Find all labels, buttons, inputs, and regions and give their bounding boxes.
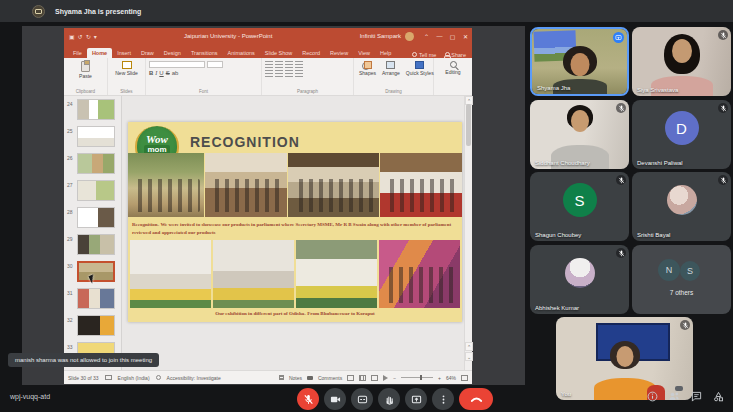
- meeting-code: wpj-vuqq-atd: [10, 393, 50, 400]
- participant-name: Siya Srivastava: [637, 87, 678, 93]
- notes-toggle[interactable]: Notes: [289, 375, 302, 381]
- comments-toggle[interactable]: Comments: [318, 375, 342, 381]
- slide-sorter-icon[interactable]: [359, 375, 366, 381]
- tab-transitions[interactable]: Transitions: [186, 48, 223, 58]
- align-left-button[interactable]: [265, 70, 273, 77]
- tab-insert[interactable]: Insert: [112, 48, 136, 58]
- self-view-tile[interactable]: You: [556, 317, 693, 400]
- editor-scrollbar[interactable]: ⌃ ⌃ ⌄: [464, 96, 472, 370]
- character-spacing-button[interactable]: ab: [172, 70, 179, 76]
- accessibility-status[interactable]: Accessibility: Investigate: [167, 375, 221, 381]
- slideshow-view-icon[interactable]: [383, 375, 388, 381]
- reading-view-icon[interactable]: [371, 375, 378, 381]
- overflow-participants-tile[interactable]: N S 7 others: [632, 245, 731, 314]
- underline-button[interactable]: U: [159, 70, 163, 76]
- font-name-select[interactable]: [149, 61, 205, 68]
- minimize-icon[interactable]: —: [433, 28, 446, 44]
- align-right-button[interactable]: [285, 70, 293, 77]
- slide-thumbnail-24[interactable]: [77, 99, 115, 120]
- undo-icon[interactable]: ↺: [78, 33, 83, 40]
- numbering-button[interactable]: [275, 61, 283, 68]
- end-call-button[interactable]: [459, 388, 493, 410]
- account-name[interactable]: Infiniti Sampark: [360, 33, 401, 39]
- tab-design[interactable]: Design: [159, 48, 186, 58]
- line-spacing-button[interactable]: [295, 61, 303, 68]
- more-options-button[interactable]: [432, 388, 454, 410]
- bullets-button[interactable]: [265, 61, 273, 68]
- justify-button[interactable]: [295, 70, 303, 77]
- scrollbar-thumb[interactable]: [466, 104, 471, 146]
- people-icon[interactable]: [668, 390, 680, 402]
- font-size-select[interactable]: [207, 61, 223, 68]
- close-icon[interactable]: ✕: [459, 28, 472, 44]
- drawing-group: Shapes Arrange Quick Styles Drawing: [354, 58, 434, 95]
- present-screen-button[interactable]: [405, 388, 427, 410]
- participant-tile-srishti-bayal[interactable]: Srishti Bayal: [632, 172, 731, 241]
- italic-button[interactable]: I: [155, 70, 157, 76]
- save-icon[interactable]: ▣: [69, 33, 75, 40]
- tab-animations[interactable]: Animations: [223, 48, 260, 58]
- account-avatar[interactable]: [405, 32, 414, 41]
- raise-hand-button[interactable]: [378, 388, 400, 410]
- participant-tile-shagun-choubey[interactable]: S Shagun Choubey: [530, 172, 629, 241]
- slide-thumbnail-31[interactable]: [77, 288, 115, 309]
- photo-outdoor-group: [128, 153, 204, 217]
- tab-record[interactable]: Record: [297, 48, 325, 58]
- redo-icon[interactable]: ↻: [86, 33, 91, 40]
- fit-to-window-icon[interactable]: [461, 375, 468, 381]
- maximize-icon[interactable]: ▢: [446, 28, 459, 44]
- mic-off-button[interactable]: [297, 388, 319, 410]
- thumb-number: 27: [67, 182, 73, 188]
- camera-button[interactable]: [324, 388, 346, 410]
- participant-tile-siya-srivastava[interactable]: Siya Srivastava: [632, 27, 731, 96]
- editing-button[interactable]: Editing: [434, 60, 472, 75]
- previous-slide-button[interactable]: ⌃: [465, 342, 473, 351]
- photo-hall-crowd: [288, 153, 379, 217]
- presenting-banner: Shyama Jha is presenting: [0, 0, 733, 22]
- tab-view[interactable]: View: [353, 48, 375, 58]
- display-settings-icon[interactable]: [105, 375, 112, 380]
- slide-thumbnail-25[interactable]: [77, 126, 115, 147]
- participant-tile-abhishek-kumar[interactable]: Abhishek Kumar: [530, 245, 629, 314]
- new-slide-button[interactable]: New Slide: [108, 60, 145, 76]
- slide-canvas[interactable]: Wow mom RECOGNITION Recognition- We were…: [128, 122, 462, 322]
- bold-button[interactable]: B: [149, 70, 153, 76]
- tab-slide-show[interactable]: Slide Show: [260, 48, 298, 58]
- mic-muted-icon: [616, 248, 626, 258]
- align-center-button[interactable]: [275, 70, 283, 77]
- tab-help[interactable]: Help: [375, 48, 396, 58]
- next-slide-button[interactable]: ⌄: [465, 352, 473, 361]
- participant-tile-siddhant-choudhary[interactable]: Siddhant Choudhary: [530, 100, 629, 169]
- tab-review[interactable]: Review: [325, 48, 353, 58]
- participant-tile-devanshi-paliwal[interactable]: D Devanshi Paliwal: [632, 100, 731, 169]
- chat-icon[interactable]: [690, 390, 702, 402]
- activities-icon[interactable]: [712, 390, 724, 402]
- tab-file[interactable]: File: [68, 48, 87, 58]
- zoom-percent[interactable]: 64%: [446, 375, 456, 381]
- slide-thumbnail-32[interactable]: [77, 315, 115, 336]
- slide-thumbnail-26[interactable]: [77, 153, 115, 174]
- slide-thumbnail-panel[interactable]: 24 25 26 27 28 29 30 31 32 33: [64, 96, 122, 370]
- language-status[interactable]: English (India): [118, 375, 150, 381]
- participant-tile-shyama-jha[interactable]: Shyama Jha: [530, 27, 629, 96]
- slide-thumbnail-27[interactable]: [77, 180, 115, 201]
- zoom-slider[interactable]: [401, 377, 433, 378]
- normal-view-icon[interactable]: [347, 375, 354, 381]
- tab-draw[interactable]: Draw: [136, 48, 159, 58]
- strikethrough-button[interactable]: S: [166, 70, 170, 76]
- others-count-label: 7 others: [632, 289, 731, 296]
- shapes-icon: [362, 61, 372, 69]
- tab-home[interactable]: Home: [87, 48, 112, 58]
- slide-thumbnail-30-current[interactable]: [77, 261, 115, 282]
- ribbon: Paste Clipboard New Slide Slides B I: [64, 58, 472, 96]
- slide-thumbnail-29[interactable]: [77, 234, 115, 255]
- captions-button[interactable]: [351, 388, 373, 410]
- info-icon[interactable]: [646, 390, 658, 402]
- ribbon-options-icon[interactable]: ⌃: [420, 28, 433, 44]
- zoom-in-icon[interactable]: +: [438, 375, 441, 381]
- slide-thumbnail-28[interactable]: [77, 207, 115, 228]
- indent-button[interactable]: [285, 61, 293, 68]
- zoom-out-icon[interactable]: −: [393, 375, 396, 381]
- paste-button[interactable]: Paste: [64, 60, 107, 79]
- quick-access-toolbar[interactable]: ▣ ↺ ↻ ▾: [69, 33, 97, 40]
